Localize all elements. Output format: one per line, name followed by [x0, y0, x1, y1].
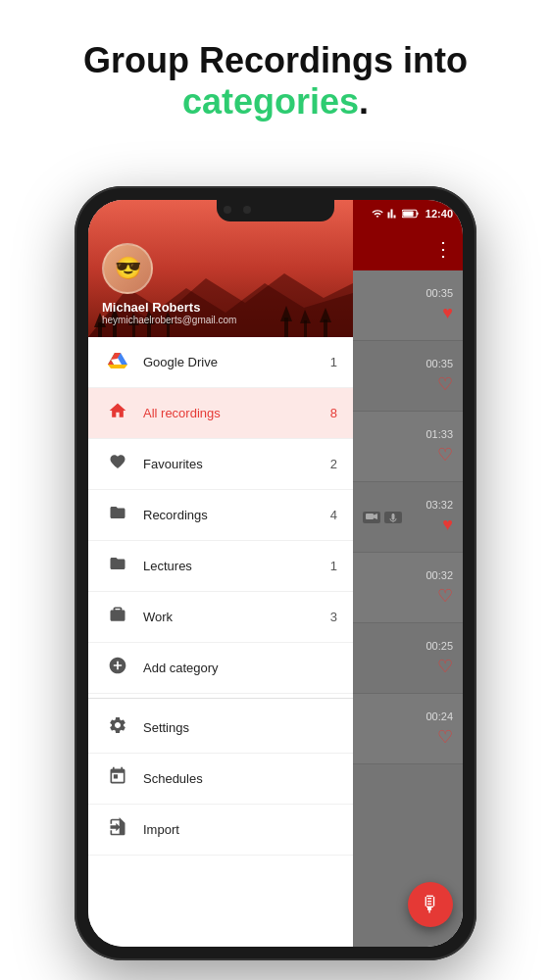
svg-rect-25 [366, 514, 374, 519]
sidebar-item-count: 4 [330, 508, 337, 522]
sidebar-item-all-recordings[interactable]: All recordings 8 [88, 388, 353, 439]
rec-type-icon [384, 512, 402, 523]
main-content-panel: 12:40 ⋮ 00:35 ♥ [353, 200, 463, 947]
folder-icon [104, 504, 131, 526]
menu-divider [88, 698, 353, 699]
briefcase-icon [104, 606, 131, 628]
svg-rect-24 [403, 211, 414, 216]
home-icon [104, 401, 131, 425]
sidebar-item-recordings[interactable]: Recordings 4 [88, 490, 353, 541]
status-bar: 12:40 [353, 200, 463, 227]
favourite-icon[interactable]: ♡ [437, 585, 453, 607]
sidebar-item-settings[interactable]: Settings [88, 703, 353, 754]
svg-marker-26 [374, 514, 377, 519]
camera-right [243, 206, 251, 214]
user-name: Michael Roberts [102, 300, 339, 315]
svg-rect-23 [417, 213, 419, 216]
header-line2: categories. [59, 81, 492, 122]
sidebar-item-add-category[interactable]: Add category [88, 643, 353, 694]
favourite-icon[interactable]: ♥ [442, 514, 453, 535]
overflow-menu-button[interactable]: ⋮ [433, 237, 453, 261]
phone-notch [217, 200, 334, 221]
page-header: Group Recordings into categories. [0, 0, 551, 152]
header-green-text: categories [182, 81, 359, 122]
sidebar-item-label: All recordings [143, 406, 330, 420]
favourite-icon[interactable]: ♡ [437, 726, 453, 748]
gear-icon [104, 715, 131, 740]
rec-item-right: 00:35 ♥ [426, 287, 453, 323]
sidebar-item-label: Work [143, 610, 330, 624]
status-icons [371, 208, 420, 220]
status-bar-time: 12:40 [426, 208, 453, 220]
phone-frame: 😎 Michael Roberts heymichaelroberts@gmai… [75, 186, 476, 960]
wifi-icon [371, 208, 384, 220]
calendar-icon [104, 766, 131, 791]
avatar: 😎 [102, 243, 153, 294]
sidebar-item-count: 3 [330, 610, 337, 624]
favourite-icon[interactable]: ♡ [437, 444, 453, 466]
rec-type-icons [363, 512, 402, 523]
drive-icon [104, 351, 131, 373]
battery-icon [402, 209, 420, 219]
sidebar-item-count: 2 [330, 457, 337, 471]
rec-item-right: 00:35 ♡ [426, 358, 453, 395]
recording-item[interactable]: 00:32 ♡ [353, 553, 463, 623]
sidebar-item-label: Add category [143, 661, 337, 675]
sidebar-item-label: Settings [143, 720, 337, 735]
rec-item-right: 00:24 ♡ [426, 710, 453, 748]
heart-icon [104, 453, 131, 475]
app-bar: ⋮ [353, 227, 463, 270]
header-line1-text: Group Recordings into [83, 40, 468, 80]
header-line1: Group Recordings into [59, 39, 492, 81]
recording-item[interactable]: 03:32 ♥ [353, 482, 463, 553]
sidebar-item-google-drive[interactable]: Google Drive 1 [88, 337, 353, 388]
rec-type-icon [363, 512, 380, 523]
sidebar-item-count: 1 [330, 559, 337, 573]
favourite-icon[interactable]: ♡ [437, 373, 453, 395]
sidebar-item-label: Import [143, 822, 337, 837]
camera-left [224, 206, 231, 214]
rec-item-right: 01:33 ♡ [426, 428, 453, 466]
phone-screen: 😎 Michael Roberts heymichaelroberts@gmai… [88, 200, 463, 947]
recording-list: 00:35 ♥ 00:35 ♡ 01:33 [353, 270, 463, 947]
sidebar-item-work[interactable]: Work 3 [88, 592, 353, 643]
favourite-icon[interactable]: ♥ [442, 303, 453, 323]
sidebar-item-label: Google Drive [143, 355, 330, 369]
recording-item[interactable]: 00:25 ♡ [353, 623, 463, 694]
sidebar-item-schedules[interactable]: Schedules [88, 754, 353, 805]
record-fab[interactable]: 🎙 [408, 882, 453, 927]
header-dot: . [359, 81, 369, 122]
sidebar-item-label: Favourites [143, 457, 330, 471]
recording-item[interactable]: 00:35 ♡ [353, 341, 463, 412]
recording-item[interactable]: 00:35 ♥ [353, 270, 463, 341]
mic-icon: 🎙 [420, 892, 441, 917]
rec-item-right: 03:32 ♥ [426, 499, 453, 535]
sidebar-item-import[interactable]: Import [88, 805, 353, 856]
sidebar-item-label: Schedules [143, 771, 337, 786]
favourite-icon[interactable]: ♡ [437, 656, 453, 677]
recording-item[interactable]: 00:24 ♡ [353, 694, 463, 764]
sidebar-item-lectures[interactable]: Lectures 1 [88, 541, 353, 592]
sidebar-item-count: 1 [330, 355, 337, 369]
svg-marker-20 [108, 365, 127, 368]
rec-item-right: 00:32 ♡ [426, 569, 453, 607]
user-email: heymichaelroberts@gmail.com [102, 315, 339, 325]
sidebar-item-label: Recordings [143, 508, 330, 522]
navigation-drawer: 😎 Michael Roberts heymichaelroberts@gmai… [88, 200, 353, 947]
rec-item-right: 00:25 ♡ [426, 640, 453, 677]
recording-item[interactable]: 01:33 ♡ [353, 412, 463, 482]
signal-icon [387, 208, 399, 220]
add-circle-icon [104, 656, 131, 680]
sidebar-item-label: Lectures [143, 559, 330, 573]
drawer-menu: Google Drive 1 All recordings 8 Fa [88, 337, 353, 947]
import-icon [104, 817, 131, 842]
drawer-user-info: 😎 Michael Roberts heymichaelroberts@gmai… [102, 243, 339, 325]
sidebar-item-favourites[interactable]: Favourites 2 [88, 439, 353, 490]
folder-icon-lectures [104, 555, 131, 577]
sidebar-item-count: 8 [330, 406, 337, 420]
